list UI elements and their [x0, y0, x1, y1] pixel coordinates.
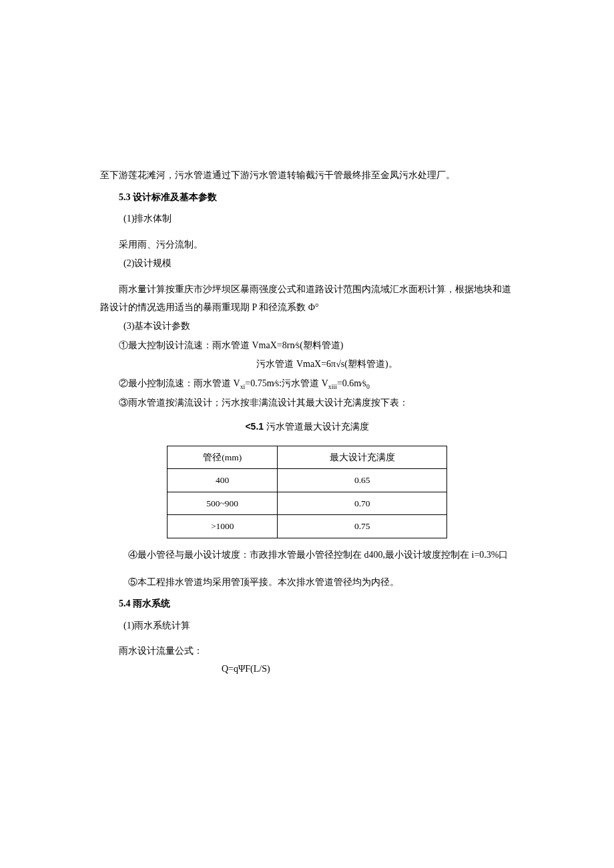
formula: Q=qΨF(L/S): [100, 661, 514, 679]
circ-2-sub3: 0: [366, 383, 370, 390]
table-row: 500~900 0.70: [168, 492, 447, 515]
heading-5-3-num: 5.3: [119, 192, 131, 202]
circ-5: ⑤本工程排水管道均采用管顶平接。本次排水管道管径均为内径。: [100, 574, 514, 592]
cell-fill: 0.75: [278, 515, 447, 538]
circ-2-sub2: xiii: [328, 383, 337, 390]
rain-item-1: (1)雨水系统计算: [100, 617, 514, 635]
table-caption: <5.1 污水管道最大设计充满度: [100, 418, 514, 436]
fill-ratio-table: 管径(mm) 最大设计充满度 400 0.65 500~900 0.70 >10…: [167, 446, 447, 539]
rain-item-1-body: 雨水设计流量公式：: [100, 642, 514, 661]
cell-fill: 0.65: [278, 469, 447, 492]
table-caption-title: 污水管道最大设计充满度: [264, 422, 369, 432]
item-3: (3)基本设计参数: [100, 318, 514, 336]
circ-2-part2: =0.75m⁄s:污水管道 V: [245, 378, 328, 388]
item-1: (1)排水体制: [100, 210, 514, 228]
item-2-body-line1: 雨水量计算按重庆市沙坪坝区暴雨强度公式和道路设计范围内流域汇水面积计算，根据地块…: [100, 281, 514, 316]
circ-2: ②最小控制流速：雨水管道 Vxi=0.75m⁄s:污水管道 Vxiii=0.6m…: [100, 375, 514, 393]
circ-1b: 污水管道 VmaX=6π√s(塑料管道)。: [100, 356, 514, 374]
cell-diameter: 400: [168, 469, 278, 492]
circ-1: ①最大控制设计流速：雨水管道 VmaX=8rn⁄s(塑料管道): [100, 337, 514, 355]
cell-diameter: 500~900: [168, 492, 278, 515]
th-fill: 最大设计充满度: [278, 446, 447, 469]
page: 至下游莲花滩河，污水管道通过下游污水管道转输截污干管最终排至金凤污水处理厂。 5…: [0, 0, 614, 868]
item-1-body: 采用雨、污分流制。: [100, 236, 514, 254]
table-row: >1000 0.75: [168, 515, 447, 538]
cell-diameter: >1000: [168, 515, 278, 538]
circ-2-part3: =0.6m⁄s: [337, 378, 366, 388]
heading-5-4: 5.4 雨水系统: [100, 595, 514, 613]
circ-4: ④最小管径与最小设计坡度：市政排水管最小管径控制在 d400,最小设计坡度控制在…: [100, 546, 514, 564]
table-header-row: 管径(mm) 最大设计充满度: [168, 446, 447, 469]
circ-2-part1: ②最小控制流速：雨水管道 V: [119, 378, 240, 388]
cell-fill: 0.70: [278, 492, 447, 515]
item-2: (2)设计规模: [100, 255, 514, 273]
heading-5-3: 5.3 设计标准及基本参数: [100, 189, 514, 207]
table-row: 400 0.65: [168, 469, 447, 492]
heading-5-3-title: 设计标准及基本参数: [131, 192, 218, 202]
heading-5-4-title: 雨水系统: [131, 598, 171, 608]
th-diameter: 管径(mm): [168, 446, 278, 469]
circ-3: ③雨水管道按满流设计；污水按非满流设计其最大设计充满度按下表：: [100, 394, 514, 412]
paragraph-intro: 至下游莲花滩河，污水管道通过下游污水管道转输截污干管最终排至金凤污水处理厂。: [100, 167, 514, 185]
heading-5-4-num: 5.4: [119, 598, 131, 608]
table-caption-num: <5.1: [245, 421, 264, 432]
